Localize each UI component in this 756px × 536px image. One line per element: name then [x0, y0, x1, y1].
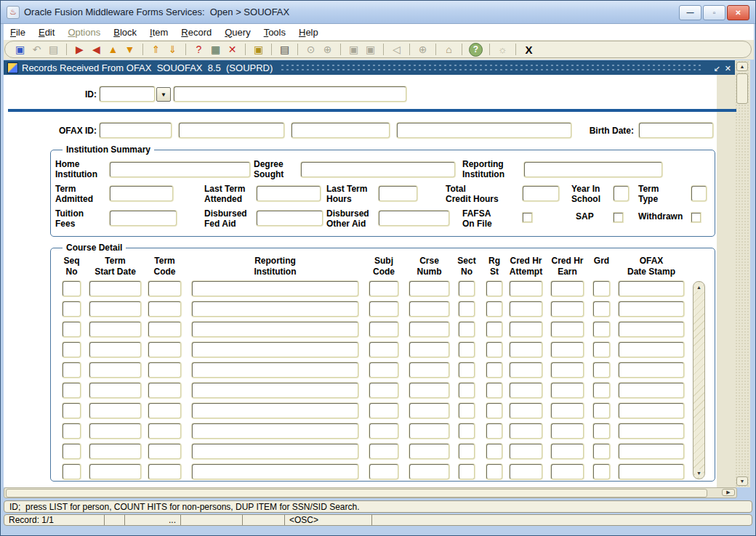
- menu-block[interactable]: Block: [107, 25, 143, 39]
- crse-numb-cell[interactable]: [409, 444, 449, 459]
- reporting-institution-cell[interactable]: [192, 342, 358, 357]
- subj-code-cell[interactable]: [369, 362, 398, 378]
- crse-numb-cell[interactable]: [409, 423, 449, 439]
- ofax-date-stamp-cell[interactable]: [619, 383, 684, 398]
- cred-hr-attempt-cell[interactable]: [510, 342, 542, 357]
- term-code-cell[interactable]: [148, 322, 181, 337]
- sect-no-cell[interactable]: [459, 362, 475, 378]
- cred-hr-attempt-cell[interactable]: [510, 301, 542, 317]
- next-block-button[interactable]: ⇓: [165, 42, 180, 57]
- fafsa-on-file-checkbox[interactable]: [523, 213, 532, 222]
- term-start-date-cell[interactable]: [89, 464, 141, 479]
- grd-cell[interactable]: [593, 423, 610, 439]
- cred-hr-earn-cell[interactable]: [551, 281, 584, 296]
- last-term-attended-field[interactable]: [257, 186, 321, 201]
- seq-no-cell[interactable]: [63, 342, 81, 357]
- term-start-date-cell[interactable]: [89, 281, 141, 296]
- home-institution-field[interactable]: [110, 162, 250, 177]
- withdrawn-checkbox[interactable]: [691, 213, 701, 222]
- ofax-date-stamp-cell[interactable]: [619, 342, 684, 357]
- seq-no-cell[interactable]: [63, 322, 81, 337]
- rg-st-cell[interactable]: [486, 423, 502, 439]
- subj-code-cell[interactable]: [369, 383, 398, 398]
- scroll-down-icon[interactable]: ▼: [695, 469, 703, 477]
- ofax-id-field-1[interactable]: [100, 123, 172, 138]
- grd-cell[interactable]: [593, 322, 610, 337]
- grd-cell[interactable]: [593, 362, 610, 378]
- seq-no-cell[interactable]: [63, 362, 81, 378]
- ofax-date-stamp-cell[interactable]: [619, 444, 684, 459]
- ofax-date-stamp-cell[interactable]: [619, 403, 684, 418]
- subj-code-cell[interactable]: [369, 464, 398, 479]
- cred-hr-earn-cell[interactable]: [551, 301, 584, 317]
- enter-query-button[interactable]: ?: [191, 42, 206, 57]
- term-code-cell[interactable]: [148, 423, 181, 439]
- seq-no-cell[interactable]: [63, 383, 81, 398]
- reporting-institution-cell[interactable]: [192, 362, 358, 378]
- grd-cell[interactable]: [593, 342, 610, 357]
- menu-help[interactable]: Help: [292, 25, 325, 39]
- term-start-date-cell[interactable]: [89, 423, 141, 439]
- canvas-horizontal-scrollbar[interactable]: ▶: [4, 487, 737, 498]
- save-button[interactable]: ▣: [12, 42, 28, 57]
- menu-record[interactable]: Record: [174, 25, 218, 39]
- subj-code-cell[interactable]: [369, 281, 398, 296]
- reporting-institution-cell[interactable]: [192, 322, 358, 337]
- degree-sought-field[interactable]: [301, 162, 455, 177]
- subj-code-cell[interactable]: [369, 403, 398, 418]
- subj-code-cell[interactable]: [369, 444, 398, 459]
- grd-cell[interactable]: [593, 281, 610, 296]
- ofax-date-stamp-cell[interactable]: [619, 281, 684, 296]
- reporting-institution-cell[interactable]: [192, 423, 358, 439]
- cred-hr-earn-cell[interactable]: [551, 464, 584, 479]
- term-start-date-cell[interactable]: [89, 301, 141, 317]
- minimize-button[interactable]: —: [679, 5, 701, 20]
- crse-numb-cell[interactable]: [409, 362, 449, 378]
- previous-block-button[interactable]: ⇑: [148, 42, 164, 57]
- sect-no-cell[interactable]: [459, 281, 475, 296]
- id-name-field[interactable]: [174, 86, 406, 102]
- cred-hr-attempt-cell[interactable]: [510, 464, 542, 479]
- exit-button[interactable]: X: [521, 42, 536, 57]
- menu-tools[interactable]: Tools: [257, 25, 292, 39]
- grd-cell[interactable]: [593, 383, 610, 398]
- term-code-cell[interactable]: [148, 464, 181, 479]
- reporting-institution-cell[interactable]: [192, 403, 358, 418]
- term-code-cell[interactable]: [148, 444, 181, 459]
- term-code-cell[interactable]: [148, 342, 181, 357]
- cred-hr-attempt-cell[interactable]: [510, 444, 542, 459]
- term-start-date-cell[interactable]: [89, 403, 141, 418]
- disbursed-other-aid-field[interactable]: [379, 211, 449, 226]
- rg-st-cell[interactable]: [486, 301, 502, 317]
- grd-cell[interactable]: [593, 301, 610, 317]
- rg-st-cell[interactable]: [486, 403, 502, 418]
- reporting-institution-cell[interactable]: [192, 383, 358, 398]
- reporting-institution-cell[interactable]: [192, 301, 358, 317]
- vertical-scroll-thumb[interactable]: [736, 73, 748, 104]
- scroll-up-icon[interactable]: ▲: [695, 283, 703, 291]
- seq-no-cell[interactable]: [63, 423, 81, 439]
- sect-no-cell[interactable]: [459, 403, 475, 418]
- reporting-institution-cell[interactable]: [192, 281, 358, 296]
- cred-hr-attempt-cell[interactable]: [510, 322, 542, 337]
- id-list-of-values-button[interactable]: ▼: [156, 87, 171, 102]
- cred-hr-attempt-cell[interactable]: [510, 362, 542, 378]
- cancel-query-button[interactable]: ✕: [225, 42, 240, 57]
- reporting-institution-cell[interactable]: [192, 464, 358, 479]
- close-button[interactable]: ✕: [727, 5, 749, 20]
- next-record-button[interactable]: ▼: [122, 42, 137, 57]
- crse-numb-cell[interactable]: [409, 301, 449, 317]
- cred-hr-earn-cell[interactable]: [551, 403, 584, 418]
- term-type-field[interactable]: [691, 186, 707, 201]
- term-code-cell[interactable]: [148, 362, 181, 378]
- last-term-hours-field[interactable]: [379, 186, 417, 201]
- cred-hr-earn-cell[interactable]: [551, 362, 584, 378]
- term-start-date-cell[interactable]: [89, 322, 141, 337]
- scroll-right-icon[interactable]: ▶: [722, 489, 735, 496]
- sect-no-cell[interactable]: [459, 342, 475, 357]
- menu-query[interactable]: Query: [218, 25, 257, 39]
- rg-st-cell[interactable]: [486, 322, 502, 337]
- scroll-down-icon[interactable]: ▼: [736, 476, 748, 486]
- grd-cell[interactable]: [593, 464, 610, 479]
- cred-hr-earn-cell[interactable]: [551, 423, 584, 439]
